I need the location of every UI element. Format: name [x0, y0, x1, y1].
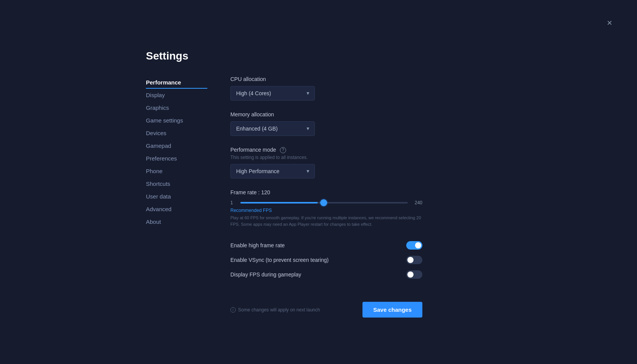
- memory-allocation-dropdown-wrapper: Enhanced (4 GB)Low (1 GB)Medium (2 GB)Hi…: [230, 121, 315, 136]
- fps-hint-detail: Play at 60 FPS for smooth gameplay. If y…: [230, 215, 422, 227]
- frame-rate-section: Frame rate : 120 1 240 Recommended FPS P…: [230, 189, 422, 227]
- cpu-allocation-dropdown-wrapper: High (4 Cores)Low (1 Core)Medium (2 Core…: [230, 86, 315, 101]
- sidebar-item-gamepad[interactable]: Gamepad: [146, 139, 207, 152]
- info-icon: i: [230, 307, 236, 313]
- toggle-label-high-frame-rate: Enable high frame rate: [230, 242, 285, 248]
- sidebar-item-phone[interactable]: Phone: [146, 165, 207, 177]
- performance-mode-dropdown-wrapper: High PerformanceBalancedPower Saving ▼: [230, 164, 315, 179]
- fps-hint-label: Recommended FPS: [230, 208, 422, 213]
- performance-mode-label: Performance mode ?: [230, 147, 422, 153]
- sidebar-item-performance[interactable]: Performance: [146, 76, 207, 89]
- sidebar-item-advanced[interactable]: Advanced: [146, 203, 207, 215]
- toggle-track-high-frame-rate: [406, 241, 422, 250]
- sidebar-item-display[interactable]: Display: [146, 89, 207, 101]
- cpu-allocation-dropdown[interactable]: High (4 Cores)Low (1 Core)Medium (2 Core…: [230, 86, 315, 101]
- performance-mode-section: Performance mode ? This setting is appli…: [230, 147, 422, 179]
- sidebar-item-about[interactable]: About: [146, 215, 207, 228]
- sidebar-item-user-data[interactable]: User data: [146, 190, 207, 203]
- sidebar-item-preferences[interactable]: Preferences: [146, 152, 207, 165]
- footer-note-text: Some changes will apply on next launch: [238, 307, 320, 313]
- toggle-label-vsync: Enable VSync (to prevent screen tearing): [230, 257, 329, 263]
- sidebar-item-graphics[interactable]: Graphics: [146, 101, 207, 114]
- sidebar-item-devices[interactable]: Devices: [146, 127, 207, 139]
- toggle-track-vsync: [406, 256, 422, 264]
- toggle-vsync[interactable]: [406, 256, 422, 264]
- toggles-container: Enable high frame rateEnable VSync (to p…: [230, 238, 422, 282]
- memory-allocation-section: Memory allocation Enhanced (4 GB)Low (1 …: [230, 111, 422, 136]
- sidebar-item-game-settings[interactable]: Game settings: [146, 114, 207, 127]
- toggle-high-frame-rate[interactable]: [406, 241, 422, 250]
- toggle-row-vsync: Enable VSync (to prevent screen tearing): [230, 253, 422, 267]
- close-icon: ✕: [607, 19, 612, 27]
- slider-min-label: 1: [230, 200, 237, 205]
- footer-note: i Some changes will apply on next launch: [230, 307, 320, 313]
- footer: i Some changes will apply on next launch…: [230, 296, 422, 318]
- toggle-row-display-fps: Display FPS during gameplay: [230, 267, 422, 282]
- frame-rate-label: Frame rate : 120: [230, 189, 422, 195]
- settings-container: Settings PerformanceDisplayGraphicsGame …: [146, 50, 422, 318]
- slider-max-label: 240: [412, 200, 422, 205]
- close-button[interactable]: ✕: [605, 18, 614, 28]
- memory-allocation-dropdown[interactable]: Enhanced (4 GB)Low (1 GB)Medium (2 GB)Hi…: [230, 121, 315, 136]
- toggle-display-fps[interactable]: [406, 270, 422, 279]
- performance-mode-sublabel: This setting is applied to all instances…: [230, 155, 422, 160]
- save-button[interactable]: Save changes: [362, 302, 422, 318]
- toggle-label-display-fps: Display FPS during gameplay: [230, 271, 301, 278]
- memory-allocation-label: Memory allocation: [230, 111, 422, 117]
- cpu-allocation-section: CPU allocation High (4 Cores)Low (1 Core…: [230, 76, 422, 101]
- toggle-row-high-frame-rate: Enable high frame rate: [230, 238, 422, 253]
- page-title: Settings: [146, 50, 422, 62]
- settings-body: PerformanceDisplayGraphicsGame settingsD…: [146, 76, 422, 318]
- performance-mode-dropdown[interactable]: High PerformanceBalancedPower Saving: [230, 164, 315, 179]
- frame-rate-slider[interactable]: [240, 202, 408, 204]
- performance-mode-help-icon[interactable]: ?: [280, 147, 286, 153]
- cpu-allocation-label: CPU allocation: [230, 76, 422, 82]
- toggle-track-display-fps: [406, 270, 422, 279]
- main-content: CPU allocation High (4 Cores)Low (1 Core…: [230, 76, 422, 318]
- sidebar: PerformanceDisplayGraphicsGame settingsD…: [146, 76, 207, 318]
- slider-container: 1 240: [230, 200, 422, 205]
- sidebar-item-shortcuts[interactable]: Shortcuts: [146, 177, 207, 190]
